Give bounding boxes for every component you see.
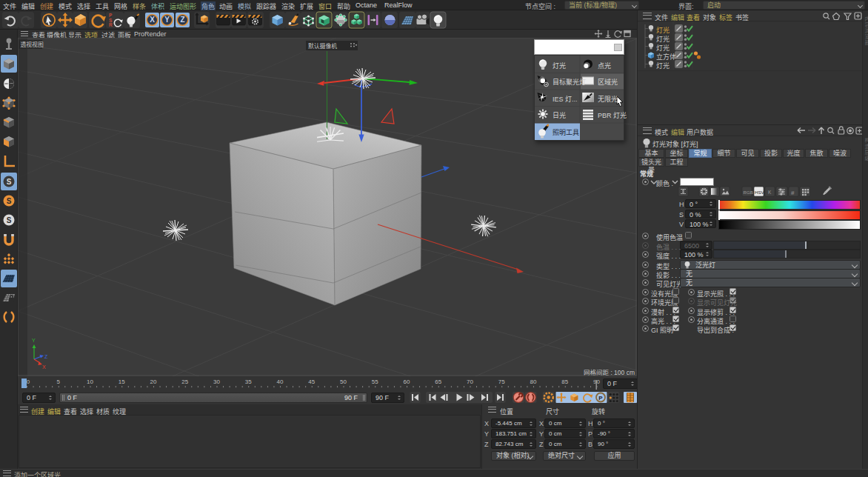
svg-text:80: 80 [530,378,537,385]
svg-text:Y: Y [32,338,36,343]
svg-text:R: R [109,22,113,27]
svg-text:55: 55 [372,378,378,385]
svg-text:20: 20 [150,378,157,385]
svg-text:Y: Y [164,16,170,24]
svg-text:透视视图: 透视视图 [21,41,44,48]
svg-text:15: 15 [118,378,125,385]
svg-text:RGB: RGB [744,190,753,195]
svg-text:X: X [150,16,155,24]
svg-text:Z: Z [44,354,48,359]
svg-text:25: 25 [181,378,188,385]
svg-text:X: X [42,364,46,370]
svg-text:75: 75 [498,378,505,385]
svg-text:65: 65 [435,378,441,385]
svg-text:HSV: HSV [755,190,765,195]
svg-text:45: 45 [308,378,315,385]
svg-text:5: 5 [56,378,60,385]
svg-text:85: 85 [561,378,568,385]
svg-text:#: # [791,190,795,196]
svg-text:K: K [768,190,772,195]
svg-text:70: 70 [467,378,473,385]
svg-text:35: 35 [245,378,252,385]
svg-text:默认摄像机: 默认摄像机 [308,42,337,50]
svg-text:60: 60 [404,378,410,385]
svg-text:S: S [7,197,12,205]
svg-text:40: 40 [277,378,284,385]
svg-text:S: S [7,216,12,224]
svg-text:P: P [598,395,603,401]
svg-text:50: 50 [340,378,347,385]
svg-text:10: 10 [87,378,93,385]
svg-text:30: 30 [213,378,220,385]
svg-text:Z: Z [180,16,184,24]
svg-text:0: 0 [27,378,30,385]
svg-text:S: S [7,178,12,186]
